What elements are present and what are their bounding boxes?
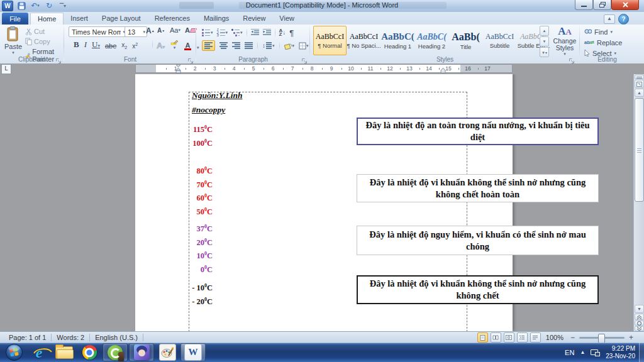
doc-tag-line[interactable]: #nocoppy [192,105,225,115]
horizontal-ruler[interactable]: 1234567891011121314151617 [135,64,513,73]
taskbar-word[interactable]: W [180,343,206,361]
style-subtitle[interactable]: AaBbCcISubtitle [483,26,516,55]
show-desktop-button[interactable] [639,343,644,362]
tab-review[interactable]: Review [236,13,272,25]
network-tray-icon[interactable] [591,349,600,356]
cut-button[interactable]: Cut [25,28,45,35]
align-center-button[interactable] [219,42,228,49]
line-spacing-button[interactable]: ↕▾ [262,42,275,49]
change-case-button[interactable]: Aa▾ [170,26,180,34]
shading-button[interactable]: ▾ [284,42,295,50]
strikethrough-button[interactable]: abe [105,42,116,50]
styles-scroll-down-button[interactable]: ▼ [540,36,549,47]
word-count[interactable]: Words: 2 [52,332,89,343]
temperature-label[interactable]: 100C [186,248,213,262]
style-no-spaci[interactable]: AaBbCcI¶ No Spaci... [347,26,380,55]
temperature-label[interactable]: 00C [186,262,213,276]
decrease-indent-button[interactable] [251,27,259,38]
temperature-label[interactable]: 1150C [186,122,213,136]
bold-button[interactable]: B [74,40,79,50]
tab-page-layout[interactable]: Page Layout [95,13,148,25]
font-size-dropdown-icon[interactable]: ▾ [141,30,145,35]
temperature-label[interactable]: 700C [186,177,213,191]
tab-mailings[interactable]: Mailings [197,13,236,25]
font-size-combo[interactable]: 13 ▾ [125,26,147,37]
font-color-button[interactable]: A [184,43,191,50]
right-indent-marker[interactable] [440,67,447,74]
text-effects-button[interactable]: A▾ [157,41,165,50]
numbering-button[interactable]: 123▾ [217,30,228,36]
taskbar-paint[interactable] [155,344,179,361]
sort-button[interactable]: AZ↓ [279,29,286,36]
temperature-label[interactable]: 800C [186,163,213,177]
increase-indent-button[interactable] [263,27,271,38]
tab-home[interactable]: Home [30,13,64,25]
document-page[interactable]: Nguồn:Y.Linh #nocoppy 1150C1000CĐây là n… [135,74,513,331]
help-button[interactable]: ? [618,14,629,25]
description-box[interactable]: Đây là nhiệt độ vi khuẩn không thể sinh … [357,275,599,304]
temperature-label[interactable]: 200C [186,235,213,249]
collapse-ribbon-button[interactable]: ▲ [604,14,615,24]
underline-button[interactable]: U▾ [92,40,100,50]
paste-dropdown-icon[interactable]: ▾ [12,50,14,55]
temperature-label[interactable]: 500C [186,204,213,218]
temperature-label[interactable]: - 200C [186,294,213,308]
taskbar-coccoc-browser[interactable] [103,343,128,361]
styles-scroll-up-button[interactable]: ▲ [540,26,549,36]
highlight-color-button[interactable]: ▾ [170,40,179,50]
zoom-slider-thumb[interactable] [598,334,605,343]
description-box[interactable]: Đây là nhiệt độ an toàn trong nấu nướng,… [357,118,599,145]
temperature-label[interactable]: 1000C [186,136,213,150]
page-count[interactable]: Page: 1 of 1 [4,332,51,343]
taskbar-clock[interactable]: 9:22 PM 23-Nov-20 [606,345,635,360]
font-dialog-launcher[interactable] [187,55,194,62]
find-button[interactable]: Find▾ [584,27,622,36]
zoom-level[interactable]: 100% [543,332,566,343]
temperature-column[interactable]: 1150C1000C [186,122,213,149]
align-left-button[interactable] [202,40,215,51]
scroll-down-button[interactable]: ▼ [635,305,644,313]
align-right-button[interactable] [232,42,240,49]
scroll-up-button[interactable]: ▲ [635,89,644,97]
change-styles-button[interactable]: AA Change Styles ▾ [552,26,577,57]
previous-page-button[interactable] [635,314,644,320]
grow-font-button[interactable]: A▲ [146,26,155,35]
zoom-in-button[interactable]: + [627,334,635,341]
tab-selector[interactable]: L [1,64,11,74]
style-heading-1[interactable]: AaBbC(Heading 1 [381,26,414,55]
paragraph-dialog-launcher[interactable] [301,55,308,62]
underline-dropdown-icon[interactable]: ▾ [97,43,100,48]
font-family-combo[interactable]: Times New Rom ▾ [69,26,127,37]
bullets-button[interactable]: ▾ [202,30,213,36]
copy-button[interactable]: Copy [25,38,50,45]
split-handle[interactable] [635,75,644,79]
tab-insert[interactable]: Insert [64,13,95,25]
scroll-thumb[interactable] [635,98,644,202]
superscript-button[interactable]: x2 [132,42,138,50]
minimize-button[interactable] [575,0,593,10]
vertical-scrollbar[interactable]: ▲ ▼ [633,74,644,331]
taskbar-internet-explorer[interactable]: e [27,344,51,361]
temperature-label[interactable]: - 100C [186,280,213,294]
outline-view-button[interactable] [517,332,528,343]
taskbar-gacha-app[interactable] [129,343,154,361]
multilevel-list-button[interactable]: ▾ [231,30,243,36]
description-box[interactable]: Đây là nhiệt độ nguy hiểm, vi khuẩn có t… [357,226,599,255]
shrink-font-button[interactable]: A▼ [157,27,165,34]
ruler-toggle-button[interactable] [635,80,644,88]
restore-button[interactable] [593,0,611,10]
temperature-column[interactable]: - 100C- 200C [186,280,213,307]
style-title[interactable]: AaBb(Title [449,26,482,55]
subscript-button[interactable]: x2 [121,41,127,50]
show-hide-paragraph-button[interactable]: ¶ [289,28,294,38]
temperature-column[interactable]: 370C200C100C00C [186,221,213,276]
clipboard-dialog-launcher[interactable] [55,55,62,62]
language-status[interactable]: English (U.S.) [90,332,143,343]
show-hidden-icons-button[interactable]: ▲ [580,349,585,355]
temperature-column[interactable]: 800C700C600C500C [186,163,213,218]
doc-source-line[interactable]: Nguồn:Y.Linh [192,90,242,101]
tab-file[interactable]: File [2,13,28,25]
taskbar-file-explorer[interactable] [52,344,76,361]
draft-view-button[interactable] [530,332,541,343]
temperature-label[interactable]: 370C [186,221,213,235]
